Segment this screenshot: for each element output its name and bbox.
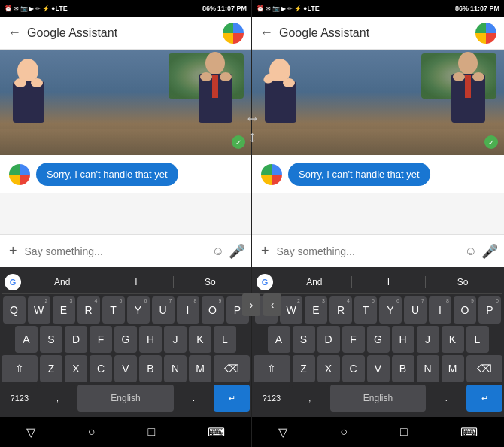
key-backspace-right[interactable]: ⌫ (466, 355, 503, 382)
key-j-right[interactable]: J (417, 326, 439, 353)
key-u-right[interactable]: U7 (404, 296, 427, 324)
key-comma-left[interactable]: , (40, 385, 76, 412)
key-o-right[interactable]: O9 (454, 296, 476, 324)
key-i-left[interactable]: I8 (177, 296, 199, 324)
suggestion-so-left[interactable]: So (174, 277, 247, 287)
chat-input-right[interactable] (277, 245, 460, 257)
key-q-right[interactable]: Q (255, 296, 278, 324)
suggestion-and-right[interactable]: And (278, 277, 351, 287)
key-t-left[interactable]: T5 (102, 296, 125, 324)
key-comma-right[interactable]: , (292, 385, 328, 412)
key-backspace-left[interactable]: ⌫ (214, 355, 250, 382)
key-space-left[interactable]: English (77, 385, 173, 412)
key-b-left[interactable]: B (139, 355, 162, 382)
key-s-right[interactable]: S (293, 326, 315, 353)
message-bubble-left: Sorry, I can't handle that yet (36, 163, 178, 186)
suggestion-and-left[interactable]: And (26, 277, 99, 287)
key-z-right[interactable]: Z (293, 355, 315, 382)
key-shift-right[interactable]: ⇧ (254, 355, 290, 382)
chat-input-left[interactable] (25, 245, 208, 257)
key-w-left[interactable]: W2 (28, 296, 50, 324)
nav-keyboard-right[interactable]: ⌨ (460, 425, 478, 439)
key-d-left[interactable]: D (65, 326, 87, 353)
key-o-left[interactable]: O9 (202, 296, 224, 324)
key-r-right[interactable]: R4 (329, 296, 352, 324)
key-x-right[interactable]: X (317, 355, 340, 382)
key-k-right[interactable]: K (442, 326, 464, 353)
key-h-left[interactable]: H (139, 326, 162, 353)
back-button-right[interactable]: ← (260, 25, 273, 41)
key-g-left[interactable]: G (114, 326, 137, 353)
mic-button-left[interactable]: 🎤 (229, 243, 245, 260)
key-v-left[interactable]: V (114, 355, 137, 382)
key-w-right[interactable]: W2 (280, 296, 302, 324)
key-r-left[interactable]: R4 (77, 296, 100, 324)
key-m-left[interactable]: M (189, 355, 211, 382)
message-icon: ✉ (14, 5, 19, 12)
nav-home-right[interactable]: ○ (340, 425, 348, 439)
key-num-left[interactable]: ?123 (2, 385, 38, 412)
status-bar-right: ⏰ ✉ 📷 ▶ ✏ ⚡ ●LTE 86% 11:07 PM (252, 0, 504, 17)
key-enter-right[interactable]: ↵ (466, 385, 502, 412)
plus-button-right[interactable]: + (258, 240, 272, 262)
key-g-right[interactable]: G (367, 326, 390, 353)
key-b-right[interactable]: B (392, 355, 414, 382)
key-j-left[interactable]: J (164, 326, 187, 353)
key-c-right[interactable]: C (342, 355, 365, 382)
key-u-left[interactable]: U7 (152, 296, 175, 324)
key-d-right[interactable]: D (317, 326, 340, 353)
key-shift-left[interactable]: ⇧ (2, 355, 38, 382)
key-m-right[interactable]: M (442, 355, 464, 382)
emoji-button-right[interactable]: ☺ (465, 245, 477, 258)
key-h-right[interactable]: H (392, 326, 414, 353)
back-button-left[interactable]: ← (8, 25, 21, 41)
key-a-left[interactable]: A (15, 326, 38, 353)
nav-home-left[interactable]: ○ (88, 425, 96, 439)
key-y-right[interactable]: Y6 (379, 296, 402, 324)
key-y-left[interactable]: Y6 (127, 296, 150, 324)
suggestion-i-left[interactable]: I (99, 277, 172, 287)
key-period-right[interactable]: . (428, 385, 464, 412)
nav-keyboard-left[interactable]: ⌨ (208, 425, 225, 439)
svg-point-7 (200, 72, 212, 81)
key-num-right[interactable]: ?123 (254, 385, 290, 412)
key-f-left[interactable]: F (90, 326, 112, 353)
key-f-right[interactable]: F (342, 326, 365, 353)
person-woman-right (256, 57, 305, 132)
key-k-left[interactable]: K (189, 326, 211, 353)
mic-button-right[interactable]: 🎤 (481, 243, 498, 260)
key-n-left[interactable]: N (164, 355, 187, 382)
key-e-left[interactable]: E3 (53, 296, 75, 324)
nav-recent-left[interactable]: □ (147, 425, 155, 439)
key-p-left[interactable]: P0 (226, 296, 249, 324)
key-l-left[interactable]: L (214, 326, 236, 353)
key-z-left[interactable]: Z (40, 355, 62, 382)
key-q-left[interactable]: Q (3, 296, 26, 324)
key-i-right[interactable]: I8 (429, 296, 451, 324)
key-period-left[interactable]: . (176, 385, 212, 412)
key-s-left[interactable]: S (40, 326, 62, 353)
key-space-right[interactable]: English (330, 385, 427, 412)
plus-button-left[interactable]: + (6, 240, 20, 262)
google-logo-right: G (257, 274, 273, 290)
key-c-left[interactable]: C (90, 355, 112, 382)
emoji-button-left[interactable]: ☺ (212, 245, 224, 258)
key-l-right[interactable]: L (466, 326, 489, 353)
key-t-right[interactable]: T5 (354, 296, 377, 324)
key-a-right[interactable]: A (268, 326, 290, 353)
left-screen: ⏰ ✉ 📷 ▶ ✏ ⚡ ●LTE 86% 11:07 PM ← Google A… (0, 0, 252, 447)
key-enter-left[interactable]: ↵ (214, 385, 250, 412)
suggestion-i-right[interactable]: I (352, 277, 426, 287)
key-n-right[interactable]: N (417, 355, 439, 382)
key-e-right[interactable]: E3 (305, 296, 327, 324)
key-v-right[interactable]: V (367, 355, 390, 382)
suggestion-so-right[interactable]: So (426, 277, 499, 287)
nav-back-left[interactable]: ▽ (26, 425, 35, 439)
svg-point-2 (14, 78, 26, 87)
key-p-right[interactable]: P0 (478, 296, 501, 324)
key-x-left[interactable]: X (65, 355, 87, 382)
nav-recent-right[interactable]: □ (400, 425, 408, 439)
svg-point-3 (31, 78, 43, 87)
svg-point-4 (205, 52, 225, 74)
nav-back-right[interactable]: ▽ (278, 425, 287, 439)
